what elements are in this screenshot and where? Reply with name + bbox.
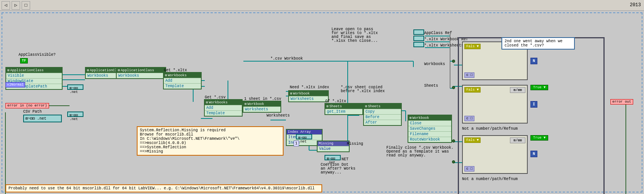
value-row: Value xyxy=(318,146,349,151)
connector-dot-3 xyxy=(452,139,455,142)
second-note-text: 2nd one went away when we closed the *.c… xyxy=(505,39,572,48)
app-class-visible-label: AppClassVisible? xyxy=(19,53,56,57)
xl-normal-terminal: xlNormal xyxy=(5,82,25,88)
finally-close-label-3: read only anyway. xyxy=(386,153,426,158)
csv-workbook-label: *.csv Workbook xyxy=(270,57,303,61)
net-connector-3: ⊞~⊟⊟ .net xyxy=(296,134,312,139)
workbooks-header-1: ⊞ Workbooks xyxy=(164,73,201,78)
worksheets-row-1: Worksheets xyxy=(243,106,280,112)
sheets-header-1: ⊞ Sheets xyxy=(325,104,362,109)
diagram-canvas: AppClassVisible? TF ⊞ ApplicationClass V… xyxy=(0,11,644,194)
workbook-header-1: ⊞ Workbook xyxy=(243,101,280,106)
n-block-2: N xyxy=(530,151,537,157)
connector-dot-4 xyxy=(452,160,455,163)
app-class-ref-block xyxy=(413,29,424,35)
after-row: After xyxy=(364,120,401,125)
app-class-block-3: ⊞ ApplicationClass Workbooks xyxy=(116,67,166,79)
sheets-block-2: ⊞ Sheets Copy Before After xyxy=(363,103,402,126)
worksheets-label-top: Worksheets xyxy=(267,113,290,118)
coersion-label-3: anyway... xyxy=(321,170,342,175)
csv-path-terminal: ⊞~⊟⊟ .net xyxy=(23,115,62,122)
c-block-3: c □ xyxy=(464,166,474,172)
app-class-ref-label: AppClass Ref xyxy=(424,31,452,35)
sheets-header-2: ⊞ Sheets xyxy=(364,104,401,109)
workbooks-label-right: Workbooks xyxy=(424,62,445,66)
xltx-wb-ref-block xyxy=(413,36,424,41)
sheets-block-1: ⊞ Sheets get_Item xyxy=(325,103,363,115)
icon-3: ⊠/⊠⊠ xyxy=(510,137,525,143)
workbook-block-1: ⊞ Workbook Worksheets xyxy=(243,101,281,113)
connector-dot-1 xyxy=(452,60,455,63)
toolbar: ◁ ▷ □ 2013 xyxy=(0,0,644,11)
before-row: Before xyxy=(364,114,401,120)
sheets-label-right: Sheets xyxy=(424,84,438,88)
workbooks-block-1: ⊞ Workbooks Add Template xyxy=(163,72,202,89)
need-xltx-label: Need *.xltx index xyxy=(290,85,329,89)
workbooks-block-2: ⊞ Workbooks Add Template xyxy=(204,99,243,117)
template-row-1: Template xyxy=(164,83,201,89)
route-workbook-row: RouteWorkbook xyxy=(408,137,451,142)
year-label: 2013 xyxy=(630,2,641,8)
workbook-block-2: ⊞ Workbook Worksheets xyxy=(288,90,329,102)
forward-button[interactable]: ▷ xyxy=(12,1,20,10)
not-number-2: Not a number/path/Refnum xyxy=(462,177,518,181)
tf-terminal: TF xyxy=(20,58,28,64)
probability-note-text: Probably need to use the 64 bit mscorlib… xyxy=(8,186,314,191)
probability-note: Probably need to use the 64 bit mscorlib… xyxy=(5,184,322,192)
workbook-close-block: ⊞ Workbook Close SaveChanges Filename Ro… xyxy=(408,115,452,143)
add-row-2: Add xyxy=(205,105,242,110)
workbooks-header-2: ⊞ Workbooks xyxy=(205,100,242,105)
case-mid-1: Fals ▼ ⊠/⊠⊠ c □ xyxy=(462,85,528,124)
icon-2: ⊠/⊠⊠ xyxy=(510,87,525,93)
true-label-3: True ▼ xyxy=(530,135,548,141)
save-changes-row: SaveChanges xyxy=(408,126,451,131)
filename-row: Filename xyxy=(408,131,451,137)
back-button[interactable]: ◁ xyxy=(2,1,10,10)
xltx-ws-ref-block xyxy=(413,42,424,47)
c-block-2: c □ xyxy=(464,116,474,121)
worksheets-row-2: Worksheets xyxy=(289,96,328,101)
csv-path-label: CSV Path xyxy=(23,110,42,114)
add-row-1: Add xyxy=(164,78,201,83)
system-reflection-note: System.Reflection.Missing is required Br… xyxy=(137,126,284,156)
close-row: Close xyxy=(408,120,451,126)
case-bot-1: Fals ▼ ⊠/⊠⊠ c □ xyxy=(462,135,528,174)
app-class-header-1: ⊞ ApplicationClass xyxy=(6,68,62,73)
missing-label: Missing xyxy=(347,142,363,146)
workbook-close-header: ⊞ Workbook xyxy=(408,115,451,120)
get-item-row: get_Item xyxy=(325,109,362,114)
net-connector-2: ⊞~⊟⊟ .net xyxy=(67,112,83,117)
app-class-header-3: ⊞ ApplicationClass xyxy=(117,68,165,73)
workbook-header-2: ⊞ Workbook xyxy=(289,91,328,96)
error-out-terminal: error out xyxy=(610,99,633,105)
missing-block: Missing Value xyxy=(317,141,350,152)
missing-header: Missing xyxy=(318,141,349,146)
workbooks-row-3: Workbooks xyxy=(117,73,165,78)
connector-dot-2 xyxy=(452,86,455,89)
n-block: N xyxy=(530,58,537,64)
visible-row: Visible xyxy=(6,73,62,78)
true-label-2: True ▼ xyxy=(530,85,548,90)
copy-row: Copy xyxy=(364,109,401,114)
not-number-1: Not a number/path/Refnum xyxy=(462,127,518,131)
c-block-1: c □ xyxy=(464,72,474,78)
fals-2: Fals ▼ xyxy=(464,87,481,93)
net-connector-4: ⊞~⊟⊟ .net xyxy=(325,155,341,160)
error-in-terminal: error in (no error) xyxy=(5,103,49,108)
leave-open-label-4: *.xlsx then close... xyxy=(331,39,378,43)
main-case-structure: Fals ▼ ⊠/⊠⊠ c □ True ▼ N Fals ▼ ⊠/⊠⊠ c □… xyxy=(458,37,605,194)
second-note: 2nd one went away when we closed the *.c… xyxy=(501,37,575,50)
net-connector-1: ⊞~⊟⊟ .net xyxy=(67,84,83,90)
csv-sheet-before-label: before *.xltx index xyxy=(341,89,385,93)
stop-button[interactable]: □ xyxy=(22,1,30,10)
fals-3: Fals ▼ xyxy=(464,137,481,143)
template-row-2: Template xyxy=(205,110,242,116)
fals-1: Fals ▼ xyxy=(464,44,481,49)
i-block: I xyxy=(530,101,537,108)
